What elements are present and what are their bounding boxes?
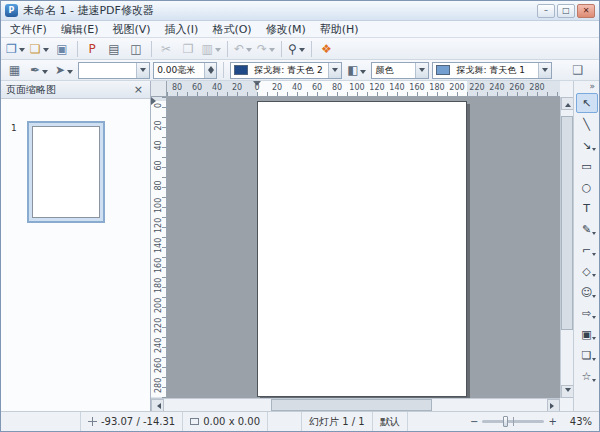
page-style-value[interactable]: 默认 — [380, 415, 400, 429]
toolbar-separator — [151, 41, 152, 57]
print-button[interactable]: ▤ — [104, 39, 125, 58]
tool-basic-shapes[interactable]: ◇ — [576, 261, 598, 281]
canvas[interactable] — [167, 97, 560, 398]
h-ruler-ticks — [167, 92, 560, 96]
h-scroll-track[interactable] — [164, 399, 547, 411]
zoom-control[interactable]: − + — [464, 417, 563, 427]
tools-list: ↖╲↘▭○T✎⌐◇☺⇨▣❏☆ — [576, 93, 598, 386]
v-ruler-label: 0 — [154, 98, 163, 113]
window-controls: – □ ✕ — [537, 4, 595, 18]
caret-down-icon — [592, 232, 596, 237]
arrow-style-button[interactable]: ➤ — [53, 61, 75, 79]
pages-panel-body: 1 — [1, 99, 150, 411]
tool-stars[interactable]: ☆ — [576, 366, 598, 386]
line-width-stepper[interactable] — [204, 63, 216, 78]
tool-symbol-shapes[interactable]: ☺ — [576, 282, 598, 302]
zoom-slider-thumb[interactable] — [503, 416, 508, 427]
tool-ellipse[interactable]: ○ — [576, 177, 598, 197]
zoom-out-icon[interactable]: − — [470, 417, 478, 427]
status-zoom-segment[interactable]: 43% — [563, 412, 599, 431]
caret-down-icon — [67, 70, 73, 77]
tool-flowchart[interactable]: ▣ — [576, 324, 598, 344]
vertical-scrollbar[interactable] — [560, 97, 573, 398]
h-ruler-label: 40 — [292, 83, 302, 92]
zoom-button[interactable]: ⚲ — [286, 39, 307, 58]
area-type-combo[interactable]: 颜色 — [371, 62, 429, 79]
menu-format[interactable]: 格式(O) — [205, 21, 258, 38]
h-ruler-label: 200 — [449, 83, 464, 92]
tool-block-arrows[interactable]: ⇨ — [576, 303, 598, 323]
minimize-button[interactable]: – — [537, 4, 555, 18]
zoom-in-icon[interactable]: + — [548, 417, 556, 427]
paste-button[interactable]: ▥ — [200, 39, 223, 58]
cut-button[interactable]: ✂ — [156, 39, 177, 58]
h-ruler-label: 220 — [469, 83, 484, 92]
undo-button[interactable]: ↶ — [232, 39, 254, 58]
v-ruler-label: 100 — [154, 198, 163, 213]
tool-connector[interactable]: ⌐ — [576, 240, 598, 260]
menu-edit[interactable]: 编辑(E) — [54, 21, 106, 38]
stepper-up-icon[interactable] — [208, 63, 214, 70]
print-preview-button[interactable]: ◫ — [126, 39, 147, 58]
toolbar-overflow-icon[interactable]: » — [589, 81, 599, 93]
line-style-button[interactable]: ✒ — [28, 61, 50, 79]
menu-insert[interactable]: 插入(I) — [158, 21, 206, 38]
menu-modify[interactable]: 修改(M) — [259, 21, 313, 38]
status-style-segment[interactable]: 默认 — [373, 412, 408, 431]
grid-icon: ▦ — [9, 64, 20, 76]
menu-file[interactable]: 文件(F) — [3, 21, 54, 38]
tool-callouts[interactable]: ❏ — [576, 345, 598, 365]
horizontal-ruler[interactable]: 8060402002040608010012014016018020022024… — [167, 81, 560, 97]
tool-curve[interactable]: ✎ — [576, 219, 598, 239]
grid-button[interactable]: ▦ — [4, 61, 25, 79]
page-thumbnail-preview — [32, 126, 100, 218]
vertical-ruler[interactable]: 020406080100120140160180200220240260280 — [151, 97, 167, 398]
toolbar-standard: ❐❏▣P▤◫✂❐▥↶↷⚲❖ — [1, 38, 599, 60]
menu-help[interactable]: 帮助(H) — [313, 21, 366, 38]
h-ruler-label: 80 — [172, 83, 182, 92]
app-logo-button[interactable]: ❖ — [316, 39, 337, 58]
tool-select[interactable]: ↖ — [576, 93, 598, 113]
tool-text[interactable]: T — [576, 198, 598, 218]
line-width-value[interactable]: 0.00毫米 — [154, 63, 204, 78]
export-pdf-button[interactable]: P — [82, 39, 103, 58]
object-size-icon — [190, 418, 199, 425]
redo-icon: ↷ — [257, 43, 267, 55]
document-page[interactable] — [257, 101, 467, 397]
line-color-dropdown-button[interactable] — [328, 63, 341, 78]
pages-panel: 页面缩略图 × 1 — [1, 81, 151, 411]
line-width-input[interactable]: 0.00毫米 — [153, 62, 217, 79]
menu-view[interactable]: 视图(V) — [105, 21, 157, 38]
save-button[interactable]: ▣ — [52, 39, 73, 58]
tool-rectangle[interactable]: ▭ — [576, 156, 598, 176]
fill-color-dropdown-button[interactable] — [538, 63, 551, 78]
stepper-down-icon[interactable] — [208, 70, 214, 77]
copy-button[interactable]: ❐ — [178, 39, 199, 58]
h-ruler-label: 20 — [272, 83, 282, 92]
tool-arrow[interactable]: ↘ — [576, 135, 598, 155]
page-thumbnail[interactable] — [27, 121, 105, 223]
new-document-button[interactable]: ❐ — [4, 39, 27, 58]
toolbar-separator — [223, 62, 224, 78]
line-style-combo[interactable] — [78, 62, 150, 79]
line-style-dropdown-button[interactable] — [136, 63, 149, 78]
fill-color-combo[interactable]: 探戈舞: 青天色 1 — [432, 62, 552, 79]
redo-button[interactable]: ↷ — [255, 39, 277, 58]
horizontal-scrollbar[interactable] — [151, 398, 560, 411]
v-scroll-track[interactable] — [561, 110, 573, 385]
v-scroll-thumb[interactable] — [561, 116, 573, 331]
triangle-left-icon — [154, 403, 161, 409]
panel-close-icon[interactable]: × — [132, 84, 145, 95]
h-scroll-thumb[interactable] — [271, 399, 432, 411]
tool-line[interactable]: ╲ — [576, 114, 598, 134]
area-style-button[interactable]: ◧ — [345, 61, 368, 79]
area-type-dropdown-button[interactable] — [415, 63, 428, 78]
shadow-button[interactable]: ❑ — [567, 61, 588, 79]
window-title: 未命名 1 - 捷速PDF修改器 — [23, 3, 154, 18]
line-color-combo[interactable]: 探戈舞: 青天色 2 — [230, 62, 342, 79]
maximize-button[interactable]: □ — [557, 4, 575, 18]
zoom-value[interactable]: 43% — [570, 416, 592, 427]
zoom-slider[interactable] — [482, 420, 544, 423]
close-button[interactable]: ✕ — [577, 4, 595, 18]
open-folder-button[interactable]: ❏ — [28, 39, 51, 58]
